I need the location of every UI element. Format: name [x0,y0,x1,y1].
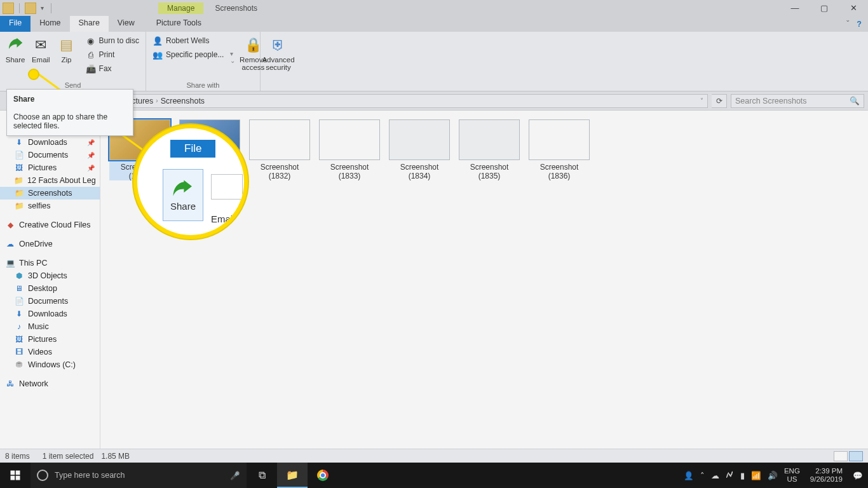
tray-people-icon[interactable]: 👤 [684,471,694,480]
view-thumbnails-button[interactable] [849,451,863,461]
tray-battery-icon[interactable]: ▮ [740,471,745,480]
nav-onedrive[interactable]: ☁OneDrive [0,238,100,250]
file-thumbnail[interactable]: Screenshot(1832) [249,119,310,180]
share-label: Share [6,56,25,64]
nav-pc-music[interactable]: ♪Music [0,320,100,333]
file-thumbnail[interactable]: Screenshot(1835) [459,119,520,180]
crumb-screenshots[interactable]: Screenshots [161,97,205,105]
pin-icon: 📌 [87,139,95,146]
task-view-button[interactable]: ⧉ [247,463,277,488]
file-thumbnail[interactable]: Screenshot(1833) [319,119,380,180]
highlight-dot [28,69,39,80]
tray-region[interactable]: US [784,475,800,484]
tray-onedrive-icon[interactable]: ☁ [711,471,719,480]
zip-icon: ▤ [57,36,76,55]
context-tab-manage[interactable]: Manage [158,3,203,14]
status-selected: 1 item selected [43,452,94,461]
share-icon [6,36,25,55]
taskbar-explorer[interactable]: 📁 [277,463,308,488]
nav-network[interactable]: 🖧Network [0,377,100,390]
refresh-button[interactable]: ⟳ [712,94,727,108]
svg-rect-2 [11,476,15,480]
minimize-button[interactable]: — [780,0,810,16]
maximize-button[interactable]: ▢ [810,0,839,16]
thumbnail-label: Screenshot(1833) [330,163,369,180]
callout-email-icon [211,174,243,200]
zip-label: Zip [62,56,72,64]
advanced-security-button[interactable]: ⛨ Advanced security [264,34,292,72]
search-box[interactable]: Search Screenshots 🔍 [731,94,864,108]
nav-pc-downloads[interactable]: ⬇Downloads [0,308,100,320]
qat-dropdown-icon[interactable]: ▾ [39,4,46,11]
nav-folder-screenshots[interactable]: 📁Screenshots [0,187,100,200]
nav-pc-cdrive[interactable]: ⛃Windows (C:) [0,358,100,371]
thumbnail-image [319,119,380,160]
tray-volume-icon[interactable]: 🔊 [768,471,778,480]
tab-view[interactable]: View [109,16,144,32]
callout-email-label: Emai [211,214,233,224]
nav-folder-facts[interactable]: 📁12 Facts About Leg [0,174,100,187]
zip-button[interactable]: ▤ Zip [55,34,78,65]
breadcrumb[interactable]: › This PC› Pictures› Screenshots ˅ [80,94,708,108]
thumbnail-image [529,119,590,160]
share-specific-people[interactable]: 👥Specific people... [150,48,226,61]
nav-pc-desktop[interactable]: 🖥Desktop [0,282,100,295]
pin-icon: 📌 [87,165,95,172]
collapse-ribbon-icon[interactable]: ˇ [846,20,849,29]
callout-file-tab: File [170,140,215,158]
print-button[interactable]: ⎙Print [83,48,142,61]
pictures-icon: 🖼 [14,163,24,172]
qat-icon-2[interactable] [25,3,36,14]
tray-wifi-icon[interactable]: 📶 [751,471,761,480]
thumbnail-label: Screenshot(1836) [540,163,579,180]
crumb-dropdown-icon[interactable]: ˅ [700,97,703,104]
print-icon: ⎙ [86,50,96,60]
email-icon: ✉ [31,36,50,55]
nav-folder-selfies[interactable]: 📁selfies [0,200,100,212]
nav-documents[interactable]: 📄Documents📌 [0,149,100,161]
nav-downloads[interactable]: ⬇Downloads📌 [0,136,100,149]
thumbnail-label: Screenshot(1832) [261,163,299,180]
file-thumbnail[interactable]: Screenshot(1836) [529,119,590,180]
view-details-button[interactable] [834,451,848,461]
nav-creative-cloud[interactable]: ◆Creative Cloud Files [0,219,100,231]
tray-notifications-icon[interactable]: 💬 [853,471,863,480]
tray-overflow-icon[interactable]: ˄ [700,471,705,480]
thumbnail-image [249,119,310,160]
desktop-icon: 🖥 [14,284,24,293]
start-button[interactable] [0,463,31,488]
taskbar-search[interactable]: Type here to search 🎤 [31,463,247,488]
share-button[interactable]: Share [4,34,27,65]
mic-icon[interactable]: 🎤 [230,471,240,480]
help-icon[interactable]: ? [857,20,862,29]
nav-pc-pictures[interactable]: 🖼Pictures [0,333,100,346]
nav-pc-videos[interactable]: 🎞Videos [0,346,100,358]
taskbar-chrome[interactable] [308,463,338,488]
tab-picture-tools[interactable]: Picture Tools [147,16,210,32]
qat-icon-1[interactable] [3,3,14,14]
close-button[interactable]: ✕ [839,0,868,16]
disc-icon: ◉ [86,36,96,46]
burn-to-disc-button[interactable]: ◉Burn to disc [83,34,142,47]
email-label: Email [32,56,50,64]
nav-pc-documents[interactable]: 📄Documents [0,295,100,308]
lock-icon: 🔒 [243,36,262,55]
tab-home[interactable]: Home [31,16,69,32]
cloud-icon: ☁ [5,240,15,248]
nav-pictures[interactable]: 🖼Pictures📌 [0,161,100,174]
email-button[interactable]: ✉ Email [29,34,52,65]
nav-this-pc[interactable]: 💻This PC [0,257,100,269]
tray-power-icon[interactable]: 🗲 [726,471,734,480]
file-thumbnail[interactable]: Screenshot(1834) [389,119,450,180]
svg-rect-3 [16,476,20,480]
cortana-icon [37,470,48,481]
tab-file[interactable]: File [0,16,31,32]
tab-share[interactable]: Share [70,16,109,32]
tray-clock[interactable]: 2:39 PM 9/26/2019 [806,467,846,484]
nav-3d-objects[interactable]: ⬢3D Objects [0,269,100,282]
share-with-dropdown-icon[interactable]: ▾⌄ [229,50,236,64]
share-with-person[interactable]: 👤Robert Wells [150,34,226,47]
tray-lang[interactable]: ENG [784,467,800,475]
fax-button[interactable]: 📠Fax [83,62,142,75]
nav-pane[interactable]: ★Quick access 🖥Desktop📌 ⬇Downloads📌 📄Doc… [0,111,100,449]
